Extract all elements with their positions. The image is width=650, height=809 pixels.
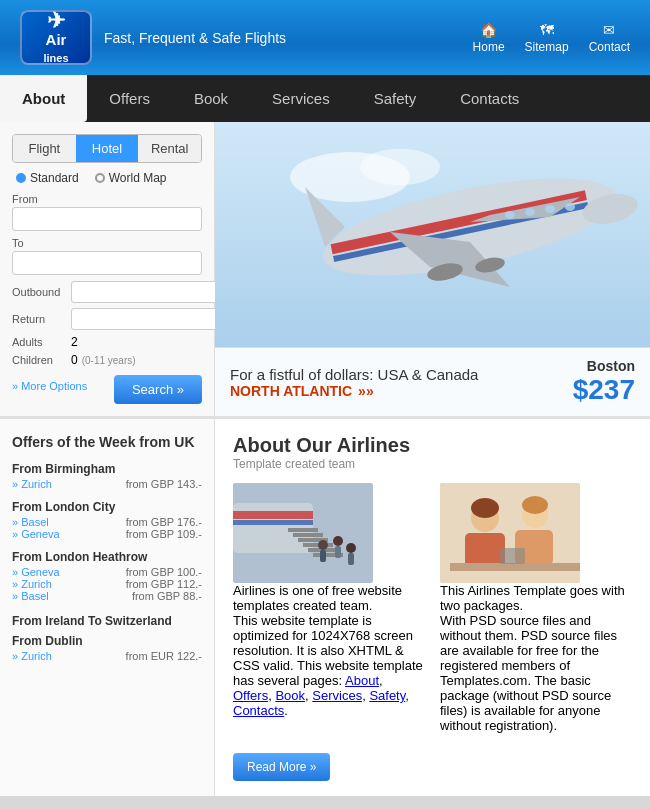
article-img-2 xyxy=(440,483,580,583)
article1-contacts-link[interactable]: Contacts xyxy=(233,703,284,718)
article-2: This Airlines Template goes with two pac… xyxy=(440,483,632,733)
adults-value: 2 xyxy=(71,335,78,349)
offer-dublin: From Dublin Zurich from EUR 122.- xyxy=(12,634,202,662)
nav-contacts[interactable]: Contacts xyxy=(438,75,541,122)
outbound-label: Outbound xyxy=(12,286,67,298)
offer-region2-title: From Ireland To Switzerland xyxy=(12,614,202,628)
offer-basel2-link[interactable]: Basel xyxy=(12,590,49,602)
to-label: To xyxy=(12,237,202,249)
destination-price: $237 xyxy=(573,374,635,406)
article1-offers-link[interactable]: Offers xyxy=(233,688,268,703)
tagline: Fast, Frequent & Safe Flights xyxy=(104,30,286,46)
from-label: From xyxy=(12,193,202,205)
svg-rect-17 xyxy=(233,511,313,519)
return-row: Return 10.05.2011 xyxy=(12,308,202,330)
offer-basel2-price: from GBP 88.- xyxy=(132,590,202,602)
svg-point-29 xyxy=(346,543,356,553)
svg-point-13 xyxy=(545,205,555,213)
main-title: About Our Airlines xyxy=(233,434,632,457)
article1-services-link[interactable]: Services xyxy=(312,688,362,703)
promo-text: For a fistful of dollars: USA & Canada xyxy=(230,366,478,383)
nav-offers[interactable]: Offers xyxy=(87,75,172,122)
nav-safety[interactable]: Safety xyxy=(352,75,439,122)
radio-worldmap[interactable]: World Map xyxy=(95,171,167,185)
plane-svg xyxy=(270,127,650,327)
offer-item: Zurich from GBP 112.- xyxy=(12,578,202,590)
offer-zurich2-link[interactable]: Zurich xyxy=(12,578,52,590)
offer-dublin-name: From Dublin xyxy=(12,634,202,648)
outbound-row: Outbound 03.05.2011 +/- 0 Days xyxy=(12,281,202,303)
read-more-button[interactable]: Read More » xyxy=(233,753,330,781)
banner-arrows: »» xyxy=(358,383,374,399)
offer-geneva2-link[interactable]: Geneva xyxy=(12,566,60,578)
offer-item: Geneva from GBP 100.- xyxy=(12,566,202,578)
svg-rect-28 xyxy=(335,546,341,558)
svg-rect-20 xyxy=(293,533,323,537)
tab-flight[interactable]: Flight xyxy=(13,135,76,162)
nav-about[interactable]: About xyxy=(0,75,87,122)
banner-price: Boston $237 xyxy=(573,358,635,406)
article1-body: This website template is optimized for 1… xyxy=(233,613,425,718)
svg-rect-26 xyxy=(320,550,326,562)
to-input[interactable] xyxy=(12,251,202,275)
adults-row: Adults 2 xyxy=(12,335,202,349)
offers-title: Offers of the Week from UK xyxy=(12,434,202,450)
offer-item: Zurich from GBP 143.- xyxy=(12,478,202,490)
radio-dot-worldmap xyxy=(95,173,105,183)
offer-item: Geneva from GBP 109.- xyxy=(12,528,202,540)
nav-sitemap[interactable]: 🗺 Sitemap xyxy=(525,22,569,54)
offer-geneva-link[interactable]: Geneva xyxy=(12,528,60,540)
tab-hotel[interactable]: Hotel xyxy=(76,135,139,162)
offer-heathrow: From London Heathrow Geneva from GBP 100… xyxy=(12,550,202,602)
footer: f del Su t in R Copyright © 2014.Company… xyxy=(0,796,650,809)
to-field-group: To xyxy=(12,237,202,275)
offer-geneva2-price: from GBP 100.- xyxy=(126,566,202,578)
offer-geneva-price: from GBP 109.- xyxy=(126,528,202,540)
adults-label: Adults xyxy=(12,336,67,348)
header-nav: 🏠 Home 🗺 Sitemap ✉ Contact xyxy=(473,22,630,54)
offer-zurich3-link[interactable]: Zurich xyxy=(12,650,52,662)
article-1: Airlines is one of free website template… xyxy=(233,483,425,733)
svg-rect-18 xyxy=(233,520,313,525)
article-grid: Airlines is one of free website template… xyxy=(233,483,632,733)
article1-about-link[interactable]: About xyxy=(345,673,379,688)
nav-contact[interactable]: ✉ Contact xyxy=(589,22,630,54)
svg-point-14 xyxy=(565,203,575,211)
sitemap-icon: 🗺 xyxy=(540,22,554,38)
tab-rental[interactable]: Rental xyxy=(138,135,201,162)
main-nav: About Offers Book Services Safety Contac… xyxy=(0,75,650,122)
nav-home[interactable]: 🏠 Home xyxy=(473,22,505,54)
header: ✈ Airlines Fast, Frequent & Safe Flights… xyxy=(0,0,650,75)
return-date[interactable]: 10.05.2011 xyxy=(71,308,221,330)
nav-book[interactable]: Book xyxy=(172,75,250,122)
article1-book-link[interactable]: Book xyxy=(275,688,305,703)
outbound-date[interactable]: 03.05.2011 xyxy=(71,281,221,303)
contact-icon: ✉ xyxy=(603,22,615,38)
home-icon: 🏠 xyxy=(480,22,497,38)
nav-services[interactable]: Services xyxy=(250,75,352,122)
offer-item: Basel from GBP 88.- xyxy=(12,590,202,602)
offer-item: Zurich from EUR 122.- xyxy=(12,650,202,662)
tab-buttons: Flight Hotel Rental xyxy=(12,134,202,163)
offer-zurich2-price: from GBP 112.- xyxy=(126,578,202,590)
svg-rect-30 xyxy=(348,553,354,565)
return-label: Return xyxy=(12,313,67,325)
children-note: (0-11 years) xyxy=(82,355,136,366)
radio-standard[interactable]: Standard xyxy=(16,171,79,185)
article1-safety-link[interactable]: Safety xyxy=(369,688,405,703)
offer-basel-link[interactable]: Basel xyxy=(12,516,49,528)
svg-point-11 xyxy=(505,211,515,219)
svg-point-27 xyxy=(333,536,343,546)
from-input[interactable] xyxy=(12,207,202,231)
more-options-link[interactable]: More Options xyxy=(12,380,87,392)
offer-item: Basel from GBP 176.- xyxy=(12,516,202,528)
main-content: About Our Airlines Template created team xyxy=(215,419,650,796)
children-label: Children xyxy=(12,354,67,366)
svg-rect-19 xyxy=(288,528,318,532)
search-button[interactable]: Search » xyxy=(114,375,202,404)
offer-zurich-link[interactable]: Zurich xyxy=(12,478,52,490)
main-subtitle: Template created team xyxy=(233,457,632,471)
north-atlantic: NORTH ATLANTIC »» xyxy=(230,383,478,399)
offer-zurich-price: from GBP 143.- xyxy=(126,478,202,490)
svg-rect-33 xyxy=(465,533,505,568)
